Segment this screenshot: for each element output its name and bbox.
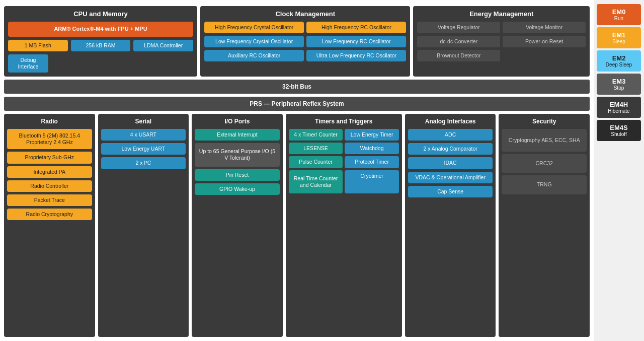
sidebar: EM0 Run EM1 Sleep EM2 Deep Sleep EM3 Sto…	[594, 0, 644, 341]
protocol-timer-chip: Protocol Timer	[345, 156, 399, 168]
vmon-chip: Voltage Monitor	[503, 22, 586, 33]
leuart-chip: Low Energy UART	[101, 143, 186, 155]
serial-panel: Serial 4 x USART Low Energy UART 2 x I²C	[98, 114, 189, 337]
radio-panel: Radio Bluetooth 5 (2M) 802.15.4 Propriet…	[4, 114, 95, 337]
timer-counter-chip: 4 x Timer/ Counter	[289, 129, 343, 141]
em0-block[interactable]: EM0 Run	[597, 4, 641, 25]
analog-title: Analog Interfaces	[408, 118, 493, 125]
analog-panel: Analog Interfaces ADC 2 x Analog Compara…	[405, 114, 496, 337]
lfrco-chip: Low Frequency RC Oscillator	[306, 36, 406, 47]
vdac-chip: VDAC & Operational Amplifier	[408, 172, 493, 183]
hfxo-chip: High Frequency Crystal Oscillator	[204, 22, 304, 33]
clock-title: Clock Management	[204, 10, 406, 18]
pulse-counter-chip: Pulse Counter	[289, 156, 343, 168]
em4s-block[interactable]: EM4S Shutoff	[597, 120, 641, 141]
em2-label: EM2	[599, 54, 639, 62]
em1-sub: Sleep	[599, 39, 639, 44]
security-panel: Security Cryptography AES, ECC, SHA CRC3…	[499, 114, 590, 337]
debug-chip: Debug Interface	[8, 54, 48, 73]
bus-prs: PRS — Peripheral Reflex System	[4, 97, 590, 111]
dcdc-chip: dc-dc Converter	[417, 36, 500, 47]
cpu-title: CPU and Memory	[8, 10, 193, 18]
em3-label: EM3	[599, 78, 639, 85]
capsense-chip: Cap Sense	[408, 186, 493, 197]
cpu-panel: CPU and Memory ARM® Cortex®-M4 with FPU …	[4, 6, 197, 77]
em4h-label: EM4H	[599, 101, 639, 108]
timers-title: Timers and Triggers	[289, 118, 399, 125]
security-title: Security	[502, 118, 587, 125]
em0-sub: Run	[599, 16, 639, 21]
idac-chip: IDAC	[408, 157, 493, 169]
cryotimer-chip: Cryotimer	[345, 170, 399, 193]
io-panel: I/O Ports External Interrupt Up to 65 Ge…	[192, 114, 283, 337]
i2c-chip: 2 x I²C	[101, 157, 186, 169]
em4h-sub: Hibernate	[599, 108, 639, 114]
em1-block[interactable]: EM1 Sleep	[597, 27, 641, 48]
radio-subghz-chip: Proprietary Sub-GHz	[7, 152, 92, 163]
trng-chip: TRNG	[502, 175, 587, 194]
radio-pa-chip: Integrated PA	[7, 166, 92, 178]
em3-block[interactable]: EM3 Stop	[597, 74, 641, 95]
lesense-chip: LESENSE	[289, 143, 343, 154]
vreg-chip: Voltage Regulator	[417, 22, 500, 33]
radio-title: Radio	[7, 118, 92, 125]
bod-chip: Brownout Detector	[417, 50, 500, 61]
em4s-sub: Shutoff	[599, 131, 639, 137]
energy-panel: Energy Management Voltage Regulator Volt…	[413, 6, 590, 77]
crc32-chip: CRC32	[502, 154, 587, 173]
serial-title: Serial	[101, 118, 186, 125]
rtcc-chip: Real Time Counter and Calendar	[289, 170, 343, 193]
crypto-chip: Cryptography AES, ECC, SHA	[502, 129, 587, 152]
ldma-chip: LDMA Controller	[133, 40, 193, 51]
pin-reset-chip: Pin Reset	[195, 169, 280, 181]
flash-chip: 1 MB Flash	[8, 40, 68, 51]
arm-chip: ARM® Cortex®-M4 with FPU + MPU	[8, 22, 193, 37]
radio-crypto-chip: Radio Cryptography	[7, 209, 92, 220]
em3-sub: Stop	[599, 85, 639, 91]
timers-panel: Timers and Triggers 4 x Timer/ Counter L…	[286, 114, 402, 337]
auxrc-chip: Auxillary RC Oscillator	[204, 50, 304, 61]
ulfrco-chip: Ultra Low Frequency RC Oscilator	[306, 50, 406, 61]
gpio-chip: Up to 65 General Purpose I/O (5 V Tolera…	[195, 143, 280, 166]
em2-sub: Deep Sleep	[599, 62, 639, 67]
le-timer-chip: Low Energy Timer	[345, 129, 399, 141]
em2-block[interactable]: EM2 Deep Sleep	[597, 50, 641, 72]
radio-ctrl-chip: Radio Controller	[7, 180, 92, 192]
em1-label: EM1	[599, 31, 639, 39]
adc-chip: ADC	[408, 129, 493, 141]
io-title: I/O Ports	[195, 118, 280, 125]
watchdog-chip: Watchdog	[345, 143, 399, 154]
em4h-block[interactable]: EM4H Hibernate	[597, 97, 641, 118]
acmp-chip: 2 x Analog Comparator	[408, 143, 493, 155]
radio-trace-chip: Packet Trace	[7, 194, 92, 206]
em4s-label: EM4S	[599, 124, 639, 131]
ram-chip: 256 kB RAM	[71, 40, 131, 51]
hfrco-chip: High Frequency RC Oscillator	[306, 22, 406, 33]
usart-chip: 4 x USART	[101, 129, 186, 141]
em0-label: EM0	[599, 8, 639, 16]
por-chip: Power-on Reset	[503, 36, 586, 47]
energy-title: Energy Management	[417, 10, 586, 18]
radio-bt-chip: Bluetooth 5 (2M) 802.15.4 Proprietary 2.…	[7, 129, 92, 149]
ext-int-chip: External Interrupt	[195, 129, 280, 141]
gpio-wake-chip: GPIO Wake-up	[195, 183, 280, 195]
clock-panel: Clock Management High Frequency Crystal …	[200, 6, 410, 77]
lfxo-chip: Low Frequency Crystal Oscillator	[204, 36, 304, 47]
bus-32bit: 32-bit Bus	[4, 80, 590, 94]
